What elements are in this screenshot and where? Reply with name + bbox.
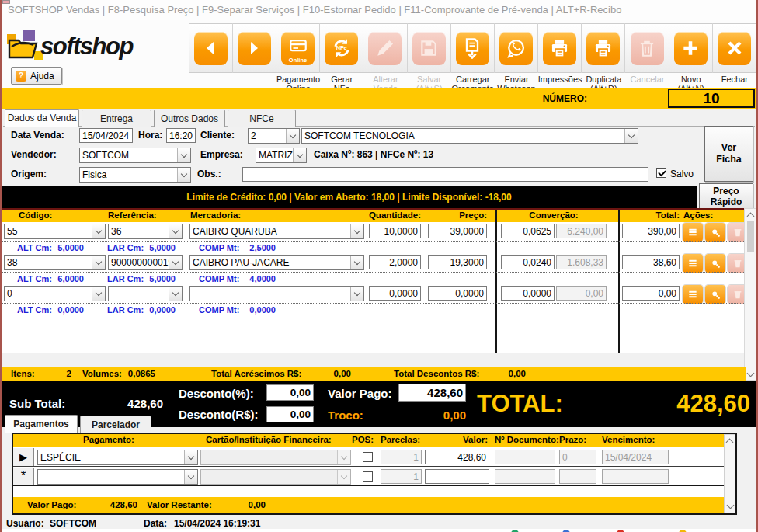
item-mercadoria-dropdown[interactable] — [190, 286, 364, 301]
chevron-down-icon[interactable] — [293, 148, 306, 162]
salvo-checkbox[interactable] — [656, 168, 666, 178]
scroll-up-icon[interactable] — [746, 213, 754, 221]
payment-prazo — [559, 469, 596, 484]
chevron-down-icon[interactable] — [177, 168, 190, 182]
help-button[interactable]: ? Ajuda — [11, 67, 62, 85]
payment-pagamento-dropdown[interactable]: ESPÉCIE — [37, 450, 198, 465]
item-referencia-dropdown[interactable] — [108, 286, 183, 301]
item-codigo-dropdown[interactable]: 55 — [4, 224, 106, 239]
valor-pago-input[interactable]: 428,60 — [398, 384, 466, 402]
item-referencia-dropdown[interactable]: 36 — [108, 224, 183, 239]
payment-parcelas: 1 — [381, 450, 422, 464]
chevron-down-icon[interactable] — [177, 148, 190, 162]
scrollbar-thumb[interactable] — [747, 221, 754, 252]
toolbar-button-novo[interactable]: Novo(Alt+N) — [669, 23, 713, 94]
item-menu-button[interactable] — [683, 285, 703, 304]
payment-vencimento: 15/04/2024 — [602, 450, 669, 464]
chevron-down-icon[interactable] — [169, 224, 182, 238]
payment-valor-input[interactable] — [425, 469, 489, 484]
item-quantidade-input[interactable]: 0,0000 — [369, 286, 421, 301]
scroll-down-icon[interactable] — [746, 370, 754, 377]
chevron-down-icon[interactable] — [184, 450, 197, 464]
tab-entrega[interactable]: Entrega — [82, 110, 151, 127]
item-search-button[interactable] — [705, 223, 725, 242]
origem-dropdown[interactable]: Fisica — [79, 167, 191, 183]
toolbar-button-impressoes[interactable]: Impressões — [538, 23, 582, 94]
row-selector: ▶ — [13, 448, 34, 466]
floppy-disk-icon — [419, 38, 439, 58]
empresa-dropdown[interactable]: MATRIZ — [256, 148, 307, 163]
chevron-down-icon[interactable] — [92, 256, 105, 269]
item-preco-input[interactable]: 19,3000 — [428, 255, 487, 269]
preco-rapido-button[interactable]: PreçoRápido — [699, 183, 753, 209]
pos-checkbox[interactable] — [363, 452, 373, 462]
item-conversao-input[interactable]: 0,0000 — [501, 286, 555, 301]
payments-scrollbar[interactable] — [724, 434, 735, 513]
hora-input[interactable]: 16:20 — [166, 128, 196, 143]
payment-valor-input[interactable]: 428,60 — [425, 450, 489, 464]
payment-pagamento-dropdown[interactable] — [37, 469, 198, 485]
toolbar-button-gerar-nfe[interactable]: NFe GerarNFe — [320, 23, 363, 94]
item-conversao-input[interactable]: 0,0240 — [501, 255, 555, 269]
item-total-input[interactable]: 390,00 — [622, 224, 680, 238]
chevron-down-icon[interactable] — [350, 287, 363, 301]
tab-nfce[interactable]: NFCe — [228, 110, 296, 127]
chevron-down-icon[interactable] — [92, 287, 105, 301]
scroll-up-icon[interactable] — [726, 439, 734, 447]
toolbar-button-back[interactable] — [190, 23, 233, 94]
cliente-name-dropdown[interactable]: SOFTCOM TECNOLOGIA — [301, 128, 638, 144]
toolbar-button-forward[interactable] — [233, 23, 276, 94]
obs-input[interactable] — [242, 167, 648, 182]
tab-outros-dados[interactable]: Outros Dados — [154, 110, 225, 127]
item-preco-input[interactable]: 0,0000 — [428, 286, 487, 301]
chevron-down-icon[interactable] — [350, 256, 363, 269]
item-preco-input[interactable]: 39,0000 — [428, 224, 487, 238]
desconto-pct-input[interactable]: 0,00 — [266, 384, 314, 401]
valor-header: Valor: — [435, 435, 488, 444]
toolbar-button-carregar-orcamento[interactable]: CarregarOrçamento — [451, 23, 495, 94]
tab-dados-da-venda[interactable]: Dados da Venda — [5, 109, 79, 127]
item-dimensions: ALT Cm:0,0000 LAR Cm:0,0000 COMP Mt:0,00… — [2, 303, 746, 315]
item-conversao-input[interactable]: 0,0625 — [501, 224, 555, 238]
item-total-input[interactable]: 38,60 — [622, 255, 680, 269]
items-grid-scrollbar[interactable] — [744, 208, 756, 381]
payment-cartao-dropdown — [200, 450, 351, 465]
data-venda-input[interactable]: 15/04/2024 — [79, 128, 133, 143]
chevron-down-icon[interactable] — [92, 224, 105, 238]
item-codigo-dropdown[interactable]: 0 — [4, 286, 106, 301]
toolbar-button-enviar-whatsapp[interactable]: EnviarWhatsapp — [495, 23, 538, 94]
chevron-down-icon[interactable] — [350, 224, 363, 238]
item-mercadoria-dropdown[interactable]: CAIBRO PAU-JACARE — [190, 255, 364, 270]
ver-ficha-button[interactable]: VerFicha — [704, 126, 753, 182]
header: softshop ? Ajuda Online PagamentoOnline — [2, 20, 756, 88]
chevron-down-icon[interactable] — [184, 470, 197, 484]
item-quantidade-input[interactable]: 10,0000 — [369, 224, 421, 238]
chevron-down-icon[interactable] — [624, 129, 638, 143]
scroll-down-icon[interactable] — [726, 502, 734, 509]
cliente-code-dropdown[interactable]: 2 — [248, 128, 300, 144]
item-search-button[interactable] — [705, 285, 725, 304]
item-total-input[interactable]: 0,00 — [622, 286, 680, 301]
item-codigo-dropdown[interactable]: 38 — [4, 255, 106, 270]
item-menu-button[interactable] — [683, 223, 703, 242]
tab-parcelador[interactable]: Parcelador — [80, 416, 151, 433]
numero-label: NÚMERO: — [543, 93, 587, 104]
toolbar-button-pagamento-online[interactable]: Online PagamentoOnline — [276, 23, 320, 94]
item-referencia-dropdown[interactable]: 9000000000193 — [108, 255, 183, 270]
chevron-down-icon[interactable] — [169, 256, 182, 269]
item-quantidade-input[interactable]: 2,0000 — [369, 255, 421, 269]
volumes-value: 0,0865 — [126, 369, 155, 378]
vendedor-dropdown[interactable]: SOFTCOM — [79, 148, 191, 163]
toolbar-button-duplicata[interactable]: Duplicata(Alt+D) — [582, 23, 625, 94]
toolbar-button-fechar[interactable]: Fechar — [713, 23, 756, 94]
desconto-rs-input[interactable]: 0,00 — [266, 406, 314, 422]
item-menu-button[interactable] — [683, 254, 703, 273]
pos-checkbox[interactable] — [363, 471, 373, 482]
item-search-button[interactable] — [705, 254, 725, 273]
item-mercadoria-dropdown[interactable]: CAIBRO QUARUBA — [190, 224, 364, 239]
app-logo: softshop — [6, 28, 133, 65]
chevron-down-icon[interactable] — [286, 129, 299, 143]
tab-pagamentos[interactable]: Pagamentos — [5, 415, 78, 433]
payment-vencimento — [602, 469, 669, 484]
chevron-down-icon[interactable] — [169, 287, 182, 301]
